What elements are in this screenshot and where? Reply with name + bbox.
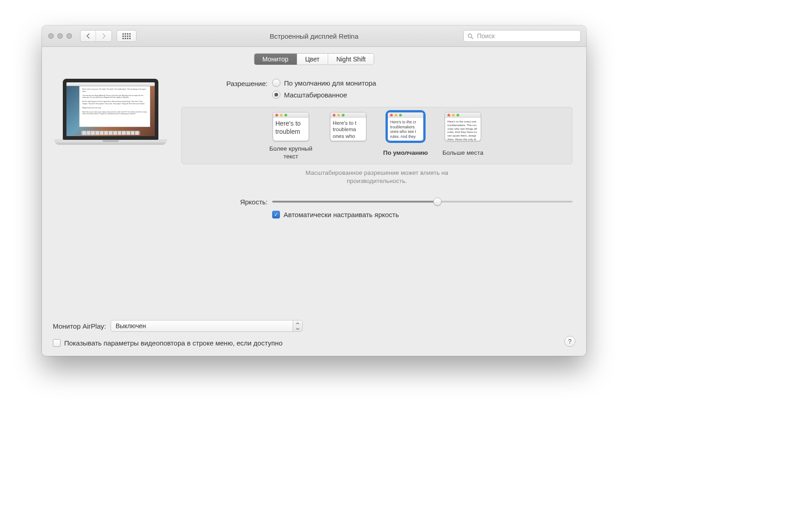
search-input[interactable] — [476, 32, 577, 40]
radio-label: Масштабированное — [284, 91, 347, 99]
tab-monitor[interactable]: Монитор — [254, 54, 297, 65]
nav-buttons — [80, 30, 112, 42]
airplay-row: Монитор AirPlay: Выключен — [53, 320, 575, 332]
radio-icon — [272, 79, 280, 87]
search-icon — [467, 33, 473, 39]
resolution-thumb: Here's to the crazy one troublemakers. T… — [445, 112, 481, 141]
preferences-window: Встроенный дисплей Retina Монитор Цвет N… — [42, 25, 586, 356]
radio-scaled[interactable]: Масштабированное — [272, 91, 573, 99]
window-toolbar: Встроенный дисплей Retina — [42, 25, 586, 47]
performance-note: Масштабированное разрешение может влиять… — [181, 169, 573, 185]
tab-color[interactable]: Цвет — [297, 54, 328, 65]
zoom-window-button[interactable] — [66, 33, 72, 39]
resolution-row: Разрешение: По умолчанию для монитора Ма… — [181, 79, 573, 102]
option-caption: По умолчанию — [383, 145, 428, 160]
auto-brightness-row[interactable]: Автоматически настраивать яркость — [272, 211, 573, 218]
tab-night-shift[interactable]: Night Shift — [328, 54, 374, 65]
resolution-option-default[interactable]: Here's to the cr troublemakers. ones who… — [383, 112, 428, 160]
resolution-option-larger-text[interactable]: Here's to troublem Более крупный текст — [268, 112, 314, 160]
brightness-label: Яркость: — [181, 198, 268, 206]
traffic-lights — [48, 33, 72, 39]
resolution-options: Here's to troublem Более крупный текст H… — [186, 112, 568, 160]
help-button[interactable]: ? — [564, 336, 575, 347]
chevron-left-icon — [86, 33, 90, 39]
search-field[interactable] — [463, 30, 581, 42]
show-all-button[interactable] — [117, 30, 137, 42]
laptop-body: Here's to the crazy ones. The misfits. T… — [63, 79, 158, 140]
display-illustration: Here's to the crazy ones. The misfits. T… — [54, 79, 167, 218]
airplay-label: Монитор AirPlay: — [53, 322, 106, 330]
resolution-label: Разрешение: — [181, 79, 268, 87]
grid-icon — [122, 33, 131, 39]
chevron-up-icon — [296, 322, 299, 325]
laptop-screen: Here's to the crazy ones. The misfits. T… — [66, 82, 155, 136]
content: Here's to the crazy ones. The misfits. T… — [42, 65, 586, 218]
back-button[interactable] — [81, 30, 96, 41]
help-icon: ? — [568, 338, 572, 345]
auto-brightness-label: Автоматически настраивать яркость — [284, 211, 399, 218]
brightness-slider[interactable] — [268, 197, 573, 206]
bottom-area: Монитор AirPlay: Выключен Показывать пар… — [42, 320, 586, 356]
resolution-controls: По умолчанию для монитора Масштабированн… — [268, 79, 573, 102]
minimize-window-button[interactable] — [57, 33, 63, 39]
airplay-value: Выключен — [116, 322, 146, 330]
resolution-options-well: Here's to troublem Более крупный текст H… — [181, 107, 573, 164]
airplay-select[interactable]: Выключен — [111, 320, 303, 332]
chevron-down-icon — [296, 328, 299, 330]
radio-default-for-monitor[interactable]: По умолчанию для монитора — [272, 79, 573, 87]
resolution-thumb: Here's to the cr troublemakers. ones who… — [387, 112, 424, 141]
auto-brightness-checkbox[interactable] — [272, 211, 280, 218]
option-caption: Более крупный текст — [268, 145, 314, 160]
chevron-right-icon — [102, 33, 106, 39]
settings-panel: Разрешение: По умолчанию для монитора Ма… — [181, 79, 574, 218]
radio-label: По умолчанию для монитора — [284, 79, 376, 87]
mirroring-checkbox[interactable] — [53, 339, 61, 347]
tabs-segmented: Монитор Цвет Night Shift — [254, 53, 375, 65]
option-caption: Больше места — [442, 145, 483, 160]
tabs-row: Монитор Цвет Night Shift — [42, 47, 586, 65]
forward-button[interactable] — [96, 30, 112, 41]
mirroring-label: Показывать параметры видеоповтора в стро… — [64, 339, 283, 347]
resolution-option-more-space[interactable]: Here's to the crazy one troublemakers. T… — [440, 112, 486, 160]
brightness-row: Яркость: — [181, 197, 573, 206]
close-window-button[interactable] — [48, 33, 54, 39]
mirroring-row[interactable]: Показывать параметры видеоповтора в стро… — [53, 339, 575, 347]
slider-thumb[interactable] — [433, 198, 442, 206]
laptop-base — [54, 140, 167, 145]
resolution-thumb: Here's to t troublema ones who — [330, 112, 366, 141]
svg-line-1 — [472, 37, 473, 39]
select-stepper — [293, 320, 302, 331]
resolution-thumb: Here's to troublem — [273, 112, 309, 141]
resolution-option-2[interactable]: Here's to t troublema ones who — [325, 112, 371, 160]
radio-icon — [272, 91, 280, 99]
slider-track — [272, 201, 573, 203]
